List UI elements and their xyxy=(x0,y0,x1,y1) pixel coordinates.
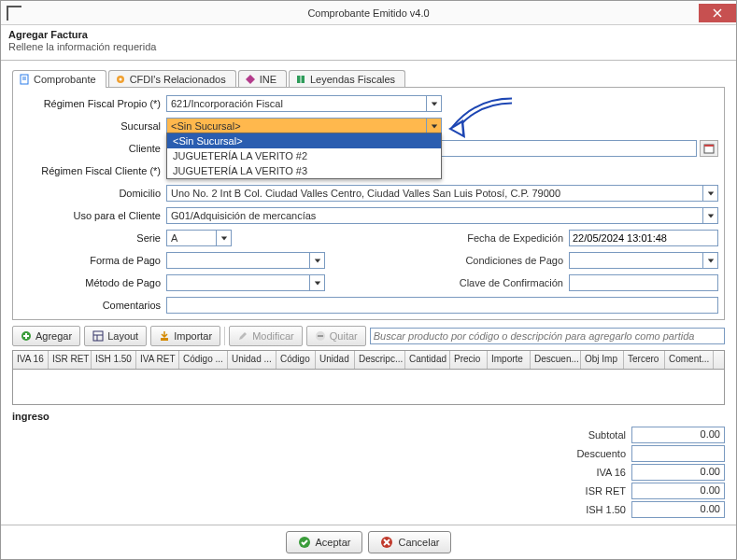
svg-marker-21 xyxy=(314,281,319,285)
grid-column-header[interactable]: Cantidad xyxy=(405,351,450,369)
agregar-button[interactable]: Agregar xyxy=(12,326,80,346)
svg-rect-28 xyxy=(161,338,168,341)
comentarios-label: Comentarios xyxy=(19,300,166,311)
domicilio-label: Domicilio xyxy=(19,188,166,199)
quitar-button[interactable]: Quitar xyxy=(306,326,366,346)
grid-column-header[interactable]: IVA 16 xyxy=(13,351,49,369)
layout-button[interactable]: Layout xyxy=(84,326,147,346)
total-value: 0.00 xyxy=(631,427,725,443)
fecha-expedicion-input[interactable] xyxy=(569,230,718,246)
svg-marker-7 xyxy=(246,75,255,84)
tab-comprobante[interactable]: Comprobante xyxy=(12,70,106,88)
chevron-down-icon xyxy=(309,253,324,268)
chevron-down-icon xyxy=(426,96,441,111)
comentarios-input[interactable] xyxy=(166,297,718,314)
uso-cliente-label: Uso para el Cliente xyxy=(19,210,166,221)
sucursal-dropdown-list: <Sin Sucursal> JUGUETERÍA LA VERITO #2 J… xyxy=(166,133,442,179)
forma-pago-label: Forma de Pago xyxy=(19,255,166,266)
grid-column-header[interactable]: Código xyxy=(276,351,316,369)
total-value: 0.00 xyxy=(631,501,725,518)
page-title: Agregar Factura xyxy=(8,29,729,40)
total-value: 0.00 xyxy=(631,464,725,481)
grid-column-header[interactable]: Unidad xyxy=(316,351,355,369)
chevron-down-icon xyxy=(216,231,231,245)
domicilio-combo[interactable]: Uno No. 2 Int B Col. Ciudad Valles Centr… xyxy=(166,185,718,202)
total-value: 0.00 xyxy=(631,483,725,499)
fecha-expedicion-label: Fecha de Expedición xyxy=(447,232,569,244)
sucursal-option[interactable]: JUGUETERÍA LA VERITO #2 xyxy=(167,148,441,163)
tab-leyendas-fiscales[interactable]: Leyendas Fiscales xyxy=(289,70,405,88)
total-value xyxy=(631,445,725,462)
sucursal-option[interactable]: <Sin Sucursal> xyxy=(167,133,441,148)
line-items-grid[interactable]: IVA 16ISR RETISH 1.50IVA RETCódigo ...Un… xyxy=(12,350,725,405)
modificar-button[interactable]: Modificar xyxy=(229,326,303,346)
regimen-fiscal-cliente-label: Régimen Fiscal Cliente (*) xyxy=(19,165,166,176)
metodo-pago-label: Método de Pago xyxy=(19,277,166,288)
forma-pago-combo[interactable] xyxy=(166,252,325,269)
grid-column-header[interactable]: ISH 1.50 xyxy=(92,351,136,369)
layout-icon xyxy=(92,330,104,342)
grid-column-header[interactable]: Precio xyxy=(450,351,488,369)
titlebar: Comprobante Emitido v4.0 xyxy=(1,1,736,25)
grid-column-header[interactable]: Tercero xyxy=(624,351,665,369)
svg-rect-25 xyxy=(93,331,103,341)
ingreso-label: ingreso xyxy=(12,411,725,422)
cancel-icon xyxy=(380,536,393,549)
remove-icon xyxy=(315,330,326,342)
gear-icon xyxy=(115,74,126,85)
grid-column-header[interactable]: Código ... xyxy=(179,351,228,369)
cliente-label: Cliente xyxy=(19,143,166,154)
svg-rect-15 xyxy=(704,145,714,147)
tab-label: Leyendas Fiscales xyxy=(310,74,395,85)
importar-button[interactable]: Importar xyxy=(150,326,220,346)
sucursal-label: Sucursal xyxy=(19,120,166,132)
total-label: Descuento xyxy=(576,448,626,459)
cliente-lookup-button[interactable] xyxy=(700,140,718,157)
regimen-fiscal-propio-label: Régimen Fiscal Propio (*) xyxy=(19,98,166,109)
import-icon xyxy=(159,330,170,342)
svg-marker-20 xyxy=(707,259,713,262)
grid-column-header[interactable]: Obj Imp xyxy=(581,351,624,369)
close-button[interactable] xyxy=(699,4,736,22)
svg-marker-11 xyxy=(431,124,436,128)
metodo-pago-combo[interactable] xyxy=(166,274,325,291)
grid-column-header[interactable]: Unidad ... xyxy=(228,351,276,369)
chevron-down-icon xyxy=(702,208,717,223)
tab-cfdis-relacionados[interactable]: CFDI's Relacionados xyxy=(108,70,236,88)
chevron-down-icon xyxy=(309,275,324,290)
product-search-input[interactable] xyxy=(370,328,725,344)
grid-column-header[interactable]: IVA RET xyxy=(136,351,179,369)
condiciones-pago-combo[interactable] xyxy=(569,252,718,269)
chevron-down-icon xyxy=(702,186,717,201)
grid-column-header[interactable]: Importe xyxy=(488,351,531,369)
edit-icon xyxy=(237,330,248,342)
grid-column-header[interactable]: Descripc... xyxy=(355,351,405,369)
aceptar-button[interactable]: Aceptar xyxy=(286,531,363,553)
grid-column-header[interactable]: ISR RET xyxy=(49,351,92,369)
serie-label: Serie xyxy=(19,232,166,244)
svg-marker-18 xyxy=(220,236,226,240)
svg-point-6 xyxy=(119,78,121,81)
regimen-fiscal-propio-combo[interactable]: 621/Incorporación Fiscal xyxy=(166,95,442,112)
uso-cliente-combo[interactable]: G01/Adquisición de mercancías xyxy=(166,207,718,224)
total-label: ISH 1.50 xyxy=(586,504,626,515)
check-icon xyxy=(298,536,311,549)
serie-combo[interactable]: A xyxy=(166,230,232,246)
svg-marker-19 xyxy=(314,259,319,262)
total-label: ISR RET xyxy=(586,485,626,497)
clave-confirmacion-input[interactable] xyxy=(569,274,718,291)
window-title: Comprobante Emitido v4.0 xyxy=(307,7,429,19)
chevron-down-icon xyxy=(426,119,441,133)
svg-marker-10 xyxy=(431,102,436,105)
grid-column-header[interactable]: Descuen... xyxy=(531,351,581,369)
grid-column-header[interactable]: Coment... xyxy=(665,351,714,369)
cancelar-button[interactable]: Cancelar xyxy=(368,531,451,553)
page-subtitle: Rellene la información requerida xyxy=(8,41,729,52)
sucursal-option[interactable]: JUGUETERÍA LA VERITO #3 xyxy=(167,163,441,178)
calendar-icon xyxy=(703,143,715,154)
clave-confirmacion-label: Clave de Confirmación xyxy=(447,277,569,288)
tab-ine[interactable]: INE xyxy=(238,70,287,88)
doc-icon xyxy=(19,74,30,85)
condiciones-pago-label: Condiciones de Pago xyxy=(447,255,569,266)
total-label: IVA 16 xyxy=(596,467,626,478)
